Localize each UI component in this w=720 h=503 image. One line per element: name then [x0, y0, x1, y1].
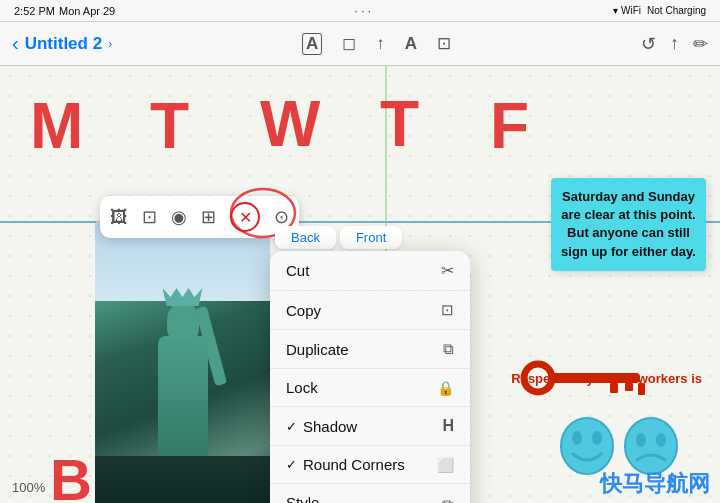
sad-mask [622, 416, 680, 476]
edit-icon[interactable]: ✏ [693, 33, 708, 55]
svg-rect-3 [610, 383, 618, 393]
status-left: 2:52 PM Mon Apr 29 [14, 5, 115, 17]
round-corners-icon: ⬜ [437, 457, 454, 473]
round-corners-label: Round Corners [303, 456, 405, 473]
status-center: ··· [354, 3, 374, 18]
filter-icon[interactable]: ⊞ [201, 206, 216, 228]
letter-F: F [490, 94, 529, 158]
menu-item-cut[interactable]: Cut ✂ [270, 251, 470, 291]
shapes-icon[interactable]: ◻ [342, 33, 356, 54]
media-icon[interactable]: ⊡ [437, 33, 451, 54]
svg-point-11 [656, 433, 666, 447]
status-date: Mon Apr 29 [59, 5, 115, 17]
key-illustration [520, 356, 660, 405]
menu-item-lock[interactable]: Lock 🔒 [270, 369, 470, 407]
note-card: Saturday and Sunday are clear at this po… [551, 178, 706, 271]
note-card-text: Saturday and Sunday are clear at this po… [561, 189, 696, 259]
share-icon[interactable]: ↑ [376, 34, 385, 54]
crop-icon[interactable]: ⊡ [142, 206, 157, 228]
key-svg [520, 356, 660, 401]
svg-rect-5 [638, 383, 645, 395]
svg-point-2 [524, 364, 552, 392]
svg-point-9 [625, 418, 677, 474]
duplicate-label: Duplicate [286, 341, 349, 358]
context-menu: Cut ✂ Copy ⊡ Duplicate ⧉ Lock 🔒 ✓ S [270, 251, 470, 503]
delete-icon[interactable]: ✕ [230, 202, 260, 232]
svg-point-6 [561, 418, 613, 474]
handwriting-area: M T W T F [0, 84, 720, 164]
format-text-icon[interactable]: A [302, 33, 322, 55]
letter-T: T [150, 94, 189, 158]
shadow-check: ✓ [286, 419, 297, 434]
letter-M: M [30, 94, 83, 158]
back-arrow-icon[interactable]: ‹ [12, 32, 19, 55]
canvas-area[interactable]: M T W T F 🖼 ⊡ ◉ ⊞ ✕ ⊙ Back Front Cut [0, 66, 720, 503]
theater-masks [558, 416, 680, 476]
cut-label: Cut [286, 262, 309, 279]
svg-rect-1 [550, 373, 640, 383]
duplicate-icon: ⧉ [443, 340, 454, 358]
shadow-icon: H [442, 417, 454, 435]
image-icon[interactable]: 🖼 [110, 207, 128, 228]
status-bar: 2:52 PM Mon Apr 29 ··· ▾ WiFi Not Chargi… [0, 0, 720, 22]
svg-rect-4 [625, 383, 633, 391]
more-icon[interactable]: ⊙ [274, 206, 289, 228]
nav-right-icons: ↺ ↑ ✏ [641, 33, 708, 55]
battery-status: Not Charging [647, 5, 706, 16]
menu-item-style[interactable]: Style ✏ [270, 484, 470, 503]
nav-bar: ‹ Untitled 2 › A ◻ ↑ A ⊡ ↺ ↑ ✏ [0, 22, 720, 66]
front-button[interactable]: Front [340, 226, 402, 249]
cut-icon: ✂ [441, 261, 454, 280]
style-label: Style [286, 494, 319, 503]
zoom-level: 100% [12, 480, 45, 495]
menu-item-duplicate[interactable]: Duplicate ⧉ [270, 330, 470, 369]
eye-icon[interactable]: ◉ [171, 206, 187, 228]
letter-B: B [50, 446, 92, 503]
svg-point-8 [592, 431, 602, 445]
style-icon: ✏ [442, 495, 454, 504]
export-icon[interactable]: ↑ [670, 33, 679, 54]
shadow-label: Shadow [303, 418, 357, 435]
back-front-row: Back Front [275, 226, 402, 249]
menu-item-copy[interactable]: Copy ⊡ [270, 291, 470, 330]
undo-icon[interactable]: ↺ [641, 33, 656, 55]
text-icon[interactable]: A [405, 34, 417, 54]
status-right: ▾ WiFi Not Charging [613, 5, 706, 16]
lock-icon: 🔒 [437, 380, 454, 396]
letter-T2: T [380, 92, 419, 156]
copy-label: Copy [286, 302, 321, 319]
document-title[interactable]: Untitled 2 [25, 34, 102, 54]
watermark: 快马导航网 [600, 469, 710, 499]
statue-image [95, 221, 270, 503]
copy-icon: ⊡ [441, 301, 454, 319]
nav-center-icons: A ◻ ↑ A ⊡ [302, 33, 451, 55]
round-corners-check: ✓ [286, 457, 297, 472]
svg-point-10 [636, 433, 646, 447]
back-button[interactable]: Back [275, 226, 336, 249]
menu-item-round-corners[interactable]: ✓ Round Corners ⬜ [270, 446, 470, 484]
letter-W: W [260, 92, 320, 156]
lock-label: Lock [286, 379, 318, 396]
svg-point-7 [572, 431, 582, 445]
nav-left: ‹ Untitled 2 › [12, 32, 112, 55]
status-time: 2:52 PM [14, 5, 55, 17]
floating-toolbar[interactable]: 🖼 ⊡ ◉ ⊞ ✕ ⊙ [100, 196, 299, 238]
happy-mask [558, 416, 616, 476]
menu-item-shadow[interactable]: ✓ Shadow H [270, 407, 470, 446]
title-chevron-icon[interactable]: › [108, 37, 112, 51]
wifi-icon: ▾ WiFi [613, 5, 641, 16]
